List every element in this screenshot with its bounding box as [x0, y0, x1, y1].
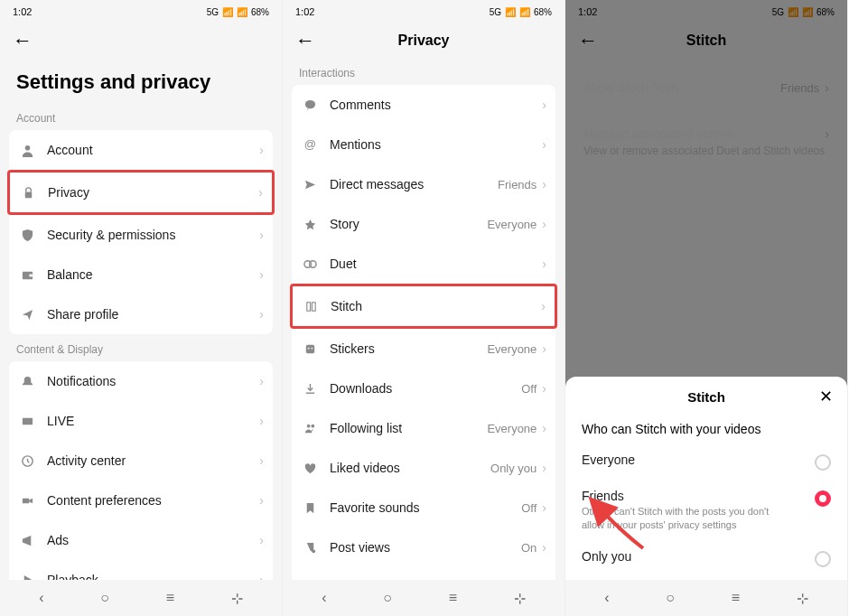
nav-home-icon[interactable]: ○ — [666, 590, 675, 606]
radio-icon[interactable] — [815, 551, 831, 567]
row-following-list[interactable]: Following listEveryone› — [292, 408, 555, 448]
chevron-icon: › — [542, 257, 546, 271]
clock: 1:02 — [295, 6, 314, 17]
nav-home-icon[interactable]: ○ — [383, 590, 392, 606]
row-downloads[interactable]: DownloadsOff› — [292, 369, 555, 408]
section-account: Account — [0, 103, 282, 130]
nav-back-icon[interactable]: ‹ — [39, 590, 43, 606]
video-icon — [18, 493, 36, 509]
svg-rect-13 — [305, 345, 313, 353]
row-balance[interactable]: Balance› — [9, 255, 273, 294]
sheet-title: Stitch — [687, 389, 725, 405]
row-label: Duet — [330, 257, 542, 271]
duet-icon — [301, 257, 319, 272]
row-ads[interactable]: Ads› — [9, 520, 273, 560]
row-stickers[interactable]: StickersEveryone› — [292, 329, 555, 369]
stitch-panel: 1:02 5G📶📶68% ← Stitch Allow Stitch from … — [565, 0, 848, 616]
row-stitch[interactable]: Stitch› — [293, 286, 555, 326]
clock-icon — [18, 453, 36, 469]
row-value: Only you — [490, 462, 536, 475]
status-bar: 1:02 5G📶📶68% — [283, 0, 564, 23]
row-value: Friends — [498, 178, 536, 191]
nav-accessibility-icon[interactable]: ⊹ — [514, 590, 526, 607]
row-activity-center[interactable]: Activity center› — [9, 441, 273, 481]
chevron-icon: › — [259, 453, 264, 468]
clock: 1:02 — [13, 6, 32, 17]
option-only-you[interactable]: Only you — [565, 540, 847, 576]
row-account[interactable]: Account› — [9, 130, 273, 170]
nav-accessibility-icon[interactable]: ⊹ — [797, 590, 808, 607]
back-icon[interactable]: ← — [295, 29, 315, 52]
chevron-icon: › — [259, 228, 264, 242]
svg-point-16 — [306, 425, 310, 428]
row-label: Direct messages — [330, 177, 498, 191]
account-card: Account›Privacy›Security & permissions›B… — [9, 130, 273, 334]
chevron-icon: › — [541, 299, 546, 313]
row-label: Privacy — [48, 185, 258, 200]
svg-rect-4 — [22, 418, 32, 425]
close-icon[interactable]: ✕ — [819, 387, 833, 406]
chevron-icon: › — [542, 500, 546, 515]
nav-recent-icon[interactable]: ≡ — [732, 590, 740, 606]
row-liked-videos[interactable]: Liked videosOnly you› — [292, 448, 555, 488]
row-value: Everyone — [487, 422, 536, 435]
person-icon — [18, 143, 36, 158]
row-post-views[interactable]: Post viewsOn› — [292, 527, 555, 567]
chevron-icon: › — [542, 137, 546, 152]
chevron-icon: › — [259, 414, 264, 428]
row-label: Story — [330, 217, 487, 231]
nav-back-icon[interactable]: ‹ — [604, 590, 609, 606]
option-everyone[interactable]: Everyone — [565, 443, 847, 480]
svg-rect-3 — [29, 275, 33, 277]
row-security-permissions[interactable]: Security & permissions› — [9, 215, 273, 255]
radio-icon[interactable] — [815, 490, 831, 507]
interactions-card: Comments›@Mentions›Direct messagesFriend… — [292, 85, 555, 607]
row-mentions[interactable]: @Mentions› — [292, 125, 555, 164]
svg-point-17 — [311, 425, 314, 428]
row-content-preferences[interactable]: Content preferences› — [9, 481, 273, 520]
shield-icon — [18, 228, 36, 243]
row-share-profile[interactable]: Share profile› — [9, 294, 273, 334]
nav-home-icon[interactable]: ○ — [100, 590, 109, 606]
row-duet[interactable]: Duet› — [292, 244, 555, 284]
settings-panel: 1:02 5G📶📶68% ← Settings and privacy Acco… — [0, 0, 283, 616]
chevron-icon: › — [259, 533, 264, 547]
row-live[interactable]: LIVE› — [9, 401, 273, 441]
radio-icon[interactable] — [815, 454, 831, 471]
nav-recent-icon[interactable]: ≡ — [166, 590, 174, 606]
page-title: Privacy — [283, 33, 564, 49]
chevron-icon: › — [542, 381, 546, 396]
row-notifications[interactable]: Notifications› — [9, 361, 273, 401]
row-privacy[interactable]: Privacy› — [10, 173, 272, 212]
row-comments[interactable]: Comments› — [292, 85, 555, 125]
svg-text:@: @ — [303, 138, 315, 151]
sticker-icon — [301, 341, 319, 357]
mega-icon — [18, 533, 36, 548]
back-icon[interactable]: ← — [13, 29, 33, 52]
nav-recent-icon[interactable]: ≡ — [449, 590, 457, 606]
row-label: Liked videos — [330, 461, 490, 475]
chevron-icon: › — [259, 267, 264, 282]
chevron-icon: › — [542, 540, 546, 555]
row-label: Notifications — [47, 374, 259, 388]
option-desc: Others can't Stitch with the posts you d… — [582, 505, 771, 531]
nav-back-icon[interactable]: ‹ — [322, 590, 326, 606]
row-value: Off — [521, 501, 536, 515]
row-label: Mentions — [330, 137, 542, 152]
row-label: Comments — [330, 98, 542, 112]
chevron-icon: › — [542, 217, 546, 231]
chevron-icon: › — [259, 493, 264, 508]
download-icon — [301, 381, 319, 397]
section-interactions: Interactions — [283, 58, 564, 85]
option-friends[interactable]: FriendsOthers can't Stitch with the post… — [565, 480, 847, 540]
at-icon: @ — [301, 137, 319, 153]
row-label: Favorite sounds — [330, 500, 521, 515]
chevron-icon: › — [259, 143, 264, 157]
nav-bar: ‹ ○ ≡ ⊹ — [565, 580, 847, 616]
row-story[interactable]: StoryEveryone› — [292, 204, 555, 244]
svg-point-0 — [24, 145, 30, 151]
row-favorite-sounds[interactable]: Favorite soundsOff› — [292, 488, 555, 527]
nav-accessibility-icon[interactable]: ⊹ — [231, 590, 243, 607]
dm-icon — [301, 177, 319, 192]
row-direct-messages[interactable]: Direct messagesFriends› — [292, 164, 555, 204]
